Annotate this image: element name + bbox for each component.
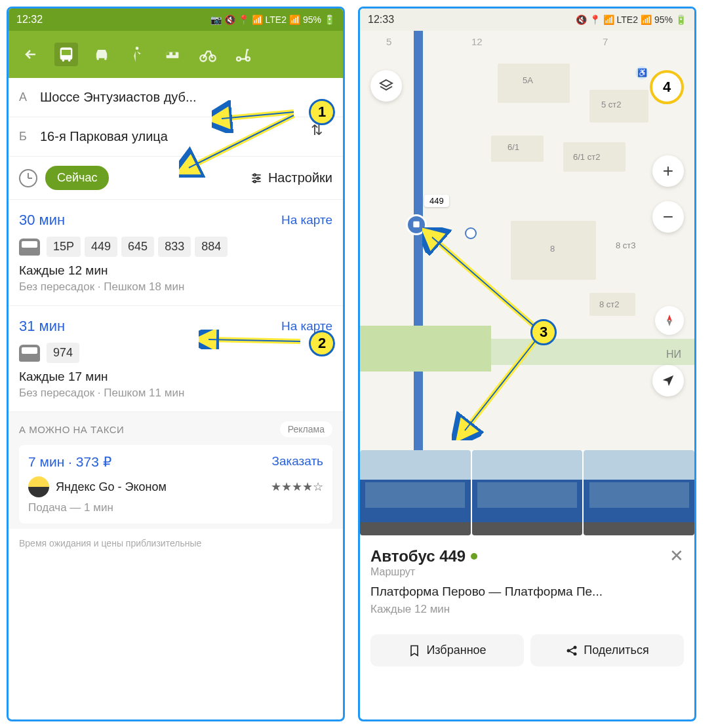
zoom-in-button[interactable]: + — [652, 155, 684, 187]
rating-stars: ★★★★☆ — [271, 480, 323, 494]
bus-number: 884 — [195, 237, 228, 257]
scooter-mode-icon[interactable] — [231, 43, 255, 66]
clock-icon[interactable] — [19, 169, 37, 187]
phone-right: 12:33 🔇 📍 📶 LTE2 📶 95% 🔋 5 12 7 5А 5 ст2… — [358, 7, 696, 721]
bus-photo[interactable] — [472, 450, 583, 535]
locate-button[interactable] — [652, 365, 684, 396]
route-subtext: Без пересадок · Пешком 11 мин — [19, 387, 332, 400]
svg-line-36 — [570, 651, 574, 653]
bus-number: 833 — [158, 237, 191, 257]
route-number-label: 449 — [424, 195, 449, 207]
now-badge[interactable]: Сейчас — [45, 166, 109, 190]
svg-rect-24 — [413, 221, 419, 227]
zoom-out-button[interactable]: − — [652, 201, 684, 233]
transport-mode-header — [9, 31, 343, 78]
back-icon[interactable] — [19, 43, 43, 66]
service-name: Яндекс Go - Эконом — [56, 480, 264, 494]
svg-point-4 — [96, 58, 99, 60]
walk-mode-icon[interactable] — [125, 43, 149, 66]
frequency-text: Каждые 17 мин — [19, 370, 332, 384]
map-route-line — [414, 31, 423, 450]
bus-title: Автобус 449 — [370, 547, 466, 565]
order-link[interactable]: Заказать — [271, 454, 323, 470]
svg-line-35 — [570, 647, 574, 649]
annotation-2: 2 — [309, 330, 335, 356]
taxi-title: А МОЖНО НА ТАКСИ — [19, 424, 124, 435]
route-option-2[interactable]: 31 мин На карте 974 Каждые 17 мин Без пе… — [9, 306, 343, 412]
route-time: 31 мин — [19, 318, 65, 335]
svg-point-2 — [62, 60, 65, 62]
bus-list-1: 15Р 449 645 833 884 — [19, 237, 332, 257]
svg-point-16 — [254, 180, 256, 182]
bus-number: 449 — [85, 237, 117, 257]
bus-frequency: Каждые 12 мин — [370, 603, 684, 616]
map-area[interactable]: 5 12 7 5А 5 ст2 6/1 6/1 ст2 8 8 ст3 8 ст… — [360, 31, 694, 450]
pickup-text: Подача — 1 мин — [28, 501, 323, 514]
circle-indicator-4[interactable]: 4 — [650, 70, 684, 104]
bus-icon — [19, 239, 40, 256]
svg-point-6 — [136, 47, 139, 50]
bus-photos[interactable] — [360, 450, 694, 535]
bike-mode-icon[interactable] — [196, 43, 220, 66]
svg-rect-8 — [167, 52, 170, 56]
close-icon[interactable]: ✕ — [669, 546, 684, 566]
ad-badge: Реклама — [280, 421, 332, 437]
bus-info-card: Автобус 449 ✕ Маршрут Платформа Перово —… — [360, 535, 694, 626]
favorite-button[interactable]: Избранное — [370, 634, 524, 666]
annotation-3: 3 — [530, 319, 557, 345]
bus-photo[interactable] — [360, 450, 471, 535]
action-buttons: Избранное Поделиться — [360, 626, 694, 674]
taxi-time-price: 7 мин · 373 ₽ — [28, 454, 111, 470]
online-indicator — [471, 553, 477, 560]
svg-marker-26 — [667, 319, 672, 326]
bus-icon — [19, 345, 40, 362]
bus-mode-icon[interactable] — [54, 43, 78, 66]
svg-point-5 — [104, 58, 107, 60]
svg-rect-9 — [172, 52, 176, 56]
disclaimer-text: Время ожидания и цены приблизительные — [9, 529, 343, 558]
map-link[interactable]: На карте — [281, 213, 332, 227]
from-letter: А — [19, 90, 40, 104]
bus-number: 974 — [47, 343, 79, 363]
taxi-mode-icon[interactable] — [161, 43, 184, 66]
status-time: 12:33 — [368, 14, 394, 26]
bus-route-text: Платформа Перово — Платформа Пе... — [370, 584, 684, 599]
taxi-card[interactable]: 7 мин · 373 ₽ Заказать Яндекс Go - Эконо… — [19, 445, 332, 524]
layers-button[interactable] — [370, 70, 402, 102]
svg-point-3 — [68, 60, 71, 62]
svg-line-21 — [189, 115, 294, 168]
route-time: 30 мин — [19, 212, 65, 229]
svg-point-12 — [237, 57, 241, 61]
compass-button[interactable] — [655, 306, 684, 335]
annotation-1: 1 — [309, 99, 335, 125]
taxi-section: А МОЖНО НА ТАКСИ Реклама 7 мин · 373 ₽ З… — [9, 412, 343, 529]
bus-subtitle: Маршрут — [370, 566, 684, 578]
share-button[interactable]: Поделиться — [530, 634, 684, 666]
frequency-text: Каждые 12 мин — [19, 263, 332, 278]
route-option-1[interactable]: 30 мин На карте 15Р 449 645 833 884 Кажд… — [9, 200, 343, 306]
map-info-icon[interactable]: ♿ — [635, 66, 648, 79]
phone-left: 12:32 📷 🔇 📍 📶 LTE2 📶 95% 🔋 — [7, 7, 345, 721]
yandex-go-icon — [28, 476, 49, 497]
svg-line-29 — [432, 237, 534, 326]
status-icons: 🔇 📍 📶 LTE2 📶 95% 🔋 — [576, 14, 686, 25]
bus-number: 645 — [121, 237, 154, 257]
svg-rect-1 — [62, 50, 71, 55]
status-bar: 12:32 📷 🔇 📍 📶 LTE2 📶 95% 🔋 — [9, 9, 343, 31]
status-time: 12:32 — [16, 14, 43, 26]
car-mode-icon[interactable] — [90, 43, 113, 66]
to-letter: Б — [19, 130, 40, 144]
status-bar: 12:33 🔇 📍 📶 LTE2 📶 95% 🔋 — [360, 9, 694, 31]
status-icons: 📷 🔇 📍 📶 LTE2 📶 95% 🔋 — [210, 14, 335, 25]
route-subtext: Без пересадок · Пешком 18 мин — [19, 280, 332, 294]
bus-number: 15Р — [47, 237, 81, 257]
svg-line-31 — [465, 339, 537, 431]
bus-photo[interactable] — [584, 450, 694, 535]
